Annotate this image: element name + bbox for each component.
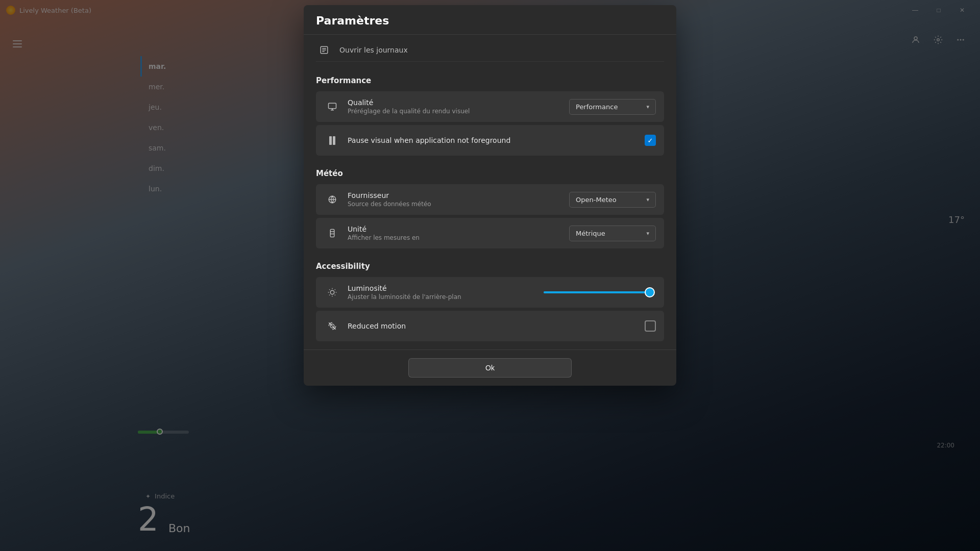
unit-dropdown-value: Métrique xyxy=(576,230,605,237)
quality-dropdown-value: Performance xyxy=(576,103,618,111)
pause-bar-right xyxy=(333,136,335,145)
dialog-title-bar: Paramètres xyxy=(304,5,676,35)
pause-info: Pause visual when application not foregr… xyxy=(348,136,638,144)
quality-desc: Préréglage de la qualité du rendu visuel xyxy=(348,108,562,115)
reduced-motion-control xyxy=(645,320,656,332)
brightness-info: Luminosité Ajuster la luminosité de l'ar… xyxy=(348,284,536,300)
chevron-down-icon: ▾ xyxy=(646,104,649,110)
prev-section-label: Ouvrir les journaux xyxy=(339,46,408,54)
provider-setting-row: Fournisseur Source des données météo Ope… xyxy=(316,184,664,215)
brightness-desc: Ajuster la luminosité de l'arrière-plan xyxy=(348,293,536,300)
unit-info: Unité Afficher les mesures en xyxy=(348,225,562,241)
prev-section-row: Ouvrir les journaux xyxy=(316,35,664,62)
brightness-slider-track[interactable] xyxy=(544,291,651,293)
svg-line-20 xyxy=(335,295,335,295)
provider-desc: Source des données météo xyxy=(348,201,562,208)
brightness-slider-fill xyxy=(544,291,651,293)
dialog-title: Paramètres xyxy=(316,14,389,27)
svg-line-24 xyxy=(335,289,335,290)
dialog-footer: Ok xyxy=(304,349,676,386)
svg-line-26 xyxy=(329,322,336,330)
svg-point-16 xyxy=(330,290,334,294)
meteo-section-header: Météo xyxy=(316,159,664,184)
ok-button[interactable]: Ok xyxy=(408,358,572,378)
settings-dialog: Paramètres Ouvrir les journaux Performan… xyxy=(304,5,676,386)
unit-icon xyxy=(324,225,340,241)
provider-icon xyxy=(324,191,340,208)
provider-dropdown-value: Open-Meteo xyxy=(576,196,617,204)
checkmark-icon: ✓ xyxy=(648,137,653,144)
svg-line-19 xyxy=(329,289,330,290)
unit-control: Métrique ▾ xyxy=(569,226,656,241)
dialog-body[interactable]: Ouvrir les journaux Performance Qualité … xyxy=(304,35,676,349)
reduced-motion-info: Reduced motion xyxy=(348,322,638,330)
svg-rect-13 xyxy=(330,230,334,237)
reduced-motion-icon xyxy=(324,318,340,334)
quality-icon xyxy=(324,98,340,115)
chevron-down-icon: ▾ xyxy=(646,230,649,237)
provider-control: Open-Meteo ▾ xyxy=(569,192,656,208)
unit-desc: Afficher les mesures en xyxy=(348,234,562,241)
quality-info: Qualité Préréglage de la qualité du rend… xyxy=(348,98,562,115)
brightness-slider-thumb[interactable] xyxy=(645,287,655,297)
provider-info: Fournisseur Source des données météo xyxy=(348,191,562,208)
quality-dropdown[interactable]: Performance ▾ xyxy=(569,99,656,115)
unit-setting-row: Unité Afficher les mesures en Métrique ▾ xyxy=(316,218,664,248)
chevron-down-icon: ▾ xyxy=(646,196,649,203)
quality-label: Qualité xyxy=(348,98,562,107)
brightness-label: Luminosité xyxy=(348,284,536,292)
provider-dropdown[interactable]: Open-Meteo ▾ xyxy=(569,192,656,208)
reduced-motion-label: Reduced motion xyxy=(348,322,638,330)
pause-control: ✓ xyxy=(645,135,656,146)
brightness-icon xyxy=(324,284,340,300)
svg-rect-9 xyxy=(329,103,336,109)
pause-visual-row: Pause visual when application not foregr… xyxy=(316,125,664,156)
brightness-setting-row: Luminosité Ajuster la luminosité de l'ar… xyxy=(316,277,664,308)
pause-checkbox[interactable]: ✓ xyxy=(645,135,656,146)
quality-control: Performance ▾ xyxy=(569,99,656,115)
reduced-motion-row: Reduced motion xyxy=(316,311,664,341)
journal-icon xyxy=(316,42,332,58)
quality-setting-row: Qualité Préréglage de la qualité du rend… xyxy=(316,91,664,122)
pause-label: Pause visual when application not foregr… xyxy=(348,136,638,144)
unit-dropdown[interactable]: Métrique ▾ xyxy=(569,226,656,241)
brightness-control xyxy=(544,291,656,293)
performance-section-header: Performance xyxy=(316,66,664,91)
provider-label: Fournisseur xyxy=(348,191,562,199)
pause-icon xyxy=(324,132,340,148)
reduced-motion-checkbox[interactable] xyxy=(645,320,656,332)
pause-bar-left xyxy=(329,136,332,145)
accessibility-section-header: Accessibility xyxy=(316,252,664,277)
svg-line-23 xyxy=(329,295,330,295)
unit-label: Unité xyxy=(348,225,562,233)
